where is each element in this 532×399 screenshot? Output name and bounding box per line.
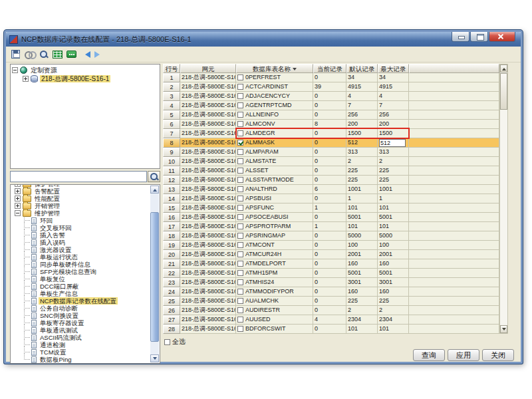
cell-ne[interactable]: 218-总调-5800E-S16-1: [180, 250, 236, 259]
nav-tree-item[interactable]: 维护管理: [11, 209, 160, 217]
cell-no[interactable]: 4: [163, 101, 180, 110]
search-button[interactable]: [148, 171, 160, 182]
cell-max[interactable]: 5000: [378, 231, 409, 241]
cell-name[interactable]: APSBUSI: [236, 194, 313, 203]
cell-name[interactable]: ATMH15PM: [236, 269, 313, 278]
row-checkbox[interactable]: [237, 130, 243, 136]
row-checkbox[interactable]: [237, 168, 243, 174]
select-all-checkbox[interactable]: [164, 339, 170, 345]
nav-tree-item[interactable]: SFP光模块信息查询: [11, 268, 160, 275]
row-checkbox[interactable]: [237, 261, 243, 267]
cell-default[interactable]: 225: [346, 176, 378, 185]
cell-default[interactable]: 225: [346, 166, 378, 176]
cell-ne[interactable]: 218-总调-5800E-S16-1: [180, 92, 236, 101]
cell-current[interactable]: 0: [313, 194, 346, 203]
row-checkbox[interactable]: [237, 186, 243, 192]
cell-no[interactable]: 5: [163, 110, 180, 120]
table-row[interactable]: 19218-总调-5800E-S16-1ATMCONT0100100: [163, 241, 499, 250]
table-row[interactable]: 17218-总调-5800E-S16-1APSPROTPARM1101101: [163, 222, 499, 231]
nav-tree-item[interactable]: 单板通讯测试: [11, 327, 160, 334]
table-row[interactable]: 22218-总调-5800E-S16-1ATMH15PM050015001: [163, 269, 499, 278]
nav-tree-item[interactable]: NCP数据库记录数在线配置: [11, 297, 160, 305]
cell-max[interactable]: 225: [378, 297, 409, 306]
cell-no[interactable]: 21: [163, 259, 180, 269]
table-row[interactable]: 24218-总调-5800E-S16-1ATMMODIFYPOR0160160: [163, 287, 499, 297]
column-header-ne[interactable]: 网元: [180, 64, 236, 73]
table-row[interactable]: 1218-总调-5800E-S16-10PERFREST03434: [163, 73, 499, 82]
row-checkbox[interactable]: [237, 121, 243, 127]
nav-tree-item[interactable]: 单板复位: [11, 275, 160, 283]
tree-item-root[interactable]: 定制资源: [11, 65, 160, 74]
row-checkbox[interactable]: [237, 251, 243, 257]
cell-max[interactable]: 5001: [378, 213, 409, 222]
cell-name[interactable]: ATMCONT: [236, 241, 313, 250]
expand-icon[interactable]: [15, 188, 21, 194]
nav-tree-item[interactable]: DCC端口屏蔽: [11, 283, 160, 290]
row-checkbox[interactable]: [237, 196, 243, 201]
expand-icon[interactable]: [15, 184, 21, 187]
cell-current[interactable]: 8: [313, 120, 346, 129]
cell-no[interactable]: 1: [163, 73, 180, 82]
cell-ne[interactable]: 218-总调-5800E-S16-1: [180, 138, 236, 148]
cell-default[interactable]: 225: [346, 297, 378, 306]
cell-default[interactable]: 4915: [346, 82, 378, 92]
query-button[interactable]: 查询: [413, 349, 445, 361]
table-row[interactable]: 8218-总调-5800E-S16-1ALMMASK0512512: [163, 138, 499, 148]
row-checkbox[interactable]: [237, 223, 243, 229]
cell-max[interactable]: 5001: [378, 269, 409, 278]
cell-max[interactable]: 3001: [378, 278, 409, 287]
nav-tree-item[interactable]: 性能配置: [11, 195, 160, 202]
nav-tree-item[interactable]: 单板运行状态: [11, 253, 160, 261]
cell-ne[interactable]: 218-总调-5800E-S16-1: [180, 231, 236, 241]
cell-default[interactable]: 512: [346, 138, 378, 148]
toolbar-button-message[interactable]: [65, 48, 78, 61]
cell-no[interactable]: 15: [163, 203, 180, 213]
cell-ne[interactable]: 218-总调-5800E-S16-1: [180, 213, 236, 222]
cell-ne[interactable]: 218-总调-5800E-S16-1: [180, 194, 236, 203]
row-checkbox[interactable]: [237, 270, 243, 276]
nav-tree-item[interactable]: 环回: [11, 217, 160, 224]
cell-default[interactable]: 313: [346, 148, 378, 157]
table-row[interactable]: 12218-总调-5800E-S16-1ALSSTARTMODE0225225: [163, 176, 499, 185]
row-checkbox[interactable]: [237, 177, 243, 183]
cell-name[interactable]: AUALMCHK: [236, 297, 313, 306]
toolbar-button-find[interactable]: [37, 48, 51, 61]
column-header-table-name[interactable]: 数据库表名称: [236, 64, 313, 73]
cell-no[interactable]: 6: [163, 120, 180, 129]
cell-name[interactable]: ALLNEINFO: [236, 110, 313, 120]
cell-name[interactable]: ATMMODIFYPOR: [236, 287, 313, 297]
cell-no[interactable]: 14: [163, 194, 180, 203]
table-row[interactable]: 18218-总调-5800E-S16-1APSRINGMAP050005000: [163, 231, 499, 241]
cell-no[interactable]: 9: [163, 148, 180, 157]
cell-max[interactable]: 225: [378, 176, 409, 185]
cell-default[interactable]: 1500: [346, 129, 378, 138]
cell-current[interactable]: 0: [313, 73, 346, 82]
cell-no[interactable]: 13: [163, 185, 180, 194]
cell-ne[interactable]: 218-总调-5800E-S16-1: [180, 306, 236, 315]
row-checkbox[interactable]: [237, 93, 243, 99]
cell-ne[interactable]: 218-总调-5800E-S16-1: [180, 325, 236, 334]
cell-ne[interactable]: 218-总调-5800E-S16-1: [180, 185, 236, 194]
cell-max[interactable]: 225: [378, 166, 409, 176]
expand-icon[interactable]: [23, 76, 29, 82]
nav-tree-item[interactable]: 激光器设置: [11, 246, 160, 253]
row-checkbox[interactable]: [237, 289, 243, 295]
cell-name[interactable]: ALSSET: [236, 166, 313, 176]
nav-tree-item[interactable]: 数据板Ping: [11, 356, 160, 363]
table-scrollbar[interactable]: [499, 64, 508, 334]
cell-current[interactable]: 0: [313, 231, 346, 241]
cell-no[interactable]: 2: [163, 82, 180, 92]
cell-current[interactable]: 0: [313, 250, 346, 259]
row-checkbox[interactable]: [237, 307, 243, 313]
cell-default[interactable]: 256: [346, 110, 378, 120]
cell-ne[interactable]: 218-总调-5800E-S16-1: [180, 315, 236, 325]
table-row[interactable]: 20218-总调-5800E-S16-1ATMCUR24H020012001: [163, 250, 499, 259]
apply-button[interactable]: 应用: [448, 349, 479, 361]
nav-tree-item[interactable]: 插入误码: [11, 239, 160, 246]
cell-no[interactable]: 22: [163, 269, 180, 278]
cell-current[interactable]: 0: [313, 259, 346, 269]
cell-no[interactable]: 25: [163, 297, 180, 306]
nav-tree-item[interactable]: SNC倒换设置: [11, 312, 160, 319]
row-checkbox[interactable]: [237, 112, 243, 118]
cell-current[interactable]: 0: [313, 157, 346, 166]
